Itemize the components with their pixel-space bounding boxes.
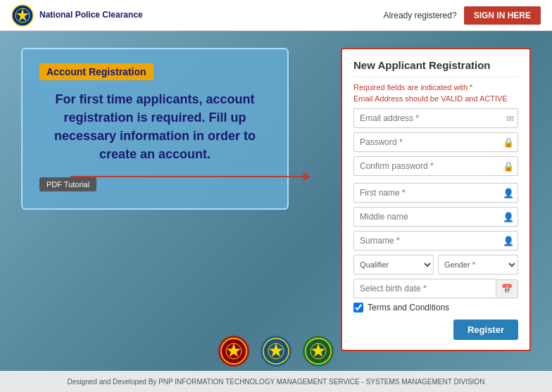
- confirm-password-input[interactable]: [353, 156, 518, 176]
- birthdate-field-group: 📅: [353, 279, 518, 298]
- left-panel: Account Registration For first time appl…: [21, 48, 289, 210]
- gender-select[interactable]: Gender * Male Female: [438, 255, 518, 274]
- footer-logos: [218, 336, 334, 367]
- info-box: Account Registration For first time appl…: [21, 48, 289, 210]
- doj-logo: [303, 336, 334, 367]
- required-note: Required fields are indicated with *: [353, 83, 518, 91]
- navbar-right: Already registered? SIGN IN HERE: [384, 6, 541, 25]
- info-description: For first time applicants, account regis…: [39, 90, 270, 163]
- terms-checkbox[interactable]: [353, 303, 363, 312]
- middle-name-field-group: 👤: [353, 207, 518, 227]
- middle-name-input[interactable]: [353, 207, 518, 227]
- navbar: National Police Clearance Already regist…: [0, 0, 552, 31]
- main-content: Account Registration For first time appl…: [0, 31, 552, 364]
- gender-field-group: Gender * Male Female: [438, 255, 518, 274]
- nbi-logo: [261, 336, 291, 367]
- terms-label[interactable]: Terms and Conditions: [368, 303, 449, 312]
- confirm-password-field-group: 🔒: [353, 156, 518, 176]
- calendar-button[interactable]: 📅: [496, 279, 518, 298]
- register-button[interactable]: Register: [453, 320, 518, 340]
- first-name-input[interactable]: [353, 183, 518, 203]
- surname-field-group: 👤: [353, 231, 518, 251]
- qualifier-gender-row: Qualifier Jr. Sr. II III Gender * Male F…: [353, 255, 518, 274]
- arrow-indicator: [70, 176, 310, 177]
- birthdate-input[interactable]: [353, 279, 496, 298]
- brand: National Police Clearance: [11, 4, 143, 27]
- surname-input[interactable]: [353, 231, 518, 251]
- password-input[interactable]: [353, 132, 518, 152]
- terms-row: Terms and Conditions: [353, 303, 518, 312]
- brand-logo-icon: [11, 4, 34, 27]
- form-title: New Applicant Registration: [353, 59, 518, 77]
- pnp-logo: [218, 336, 249, 367]
- password-field-group: 🔒: [353, 132, 518, 152]
- register-button-container: Register: [353, 320, 518, 340]
- email-field-group: ✉: [353, 108, 518, 128]
- brand-text: National Police Clearance: [39, 10, 143, 20]
- qualifier-field-group: Qualifier Jr. Sr. II III: [353, 255, 434, 274]
- footer-bar: Designed and Developed By PNP INFORMATIO…: [0, 371, 552, 392]
- email-note: Email Address should be VALID and ACTIVE: [353, 94, 518, 103]
- account-registration-badge: Account Registration: [39, 63, 153, 80]
- footer-text: Designed and Developed By PNP INFORMATIO…: [68, 378, 485, 386]
- qualifier-select[interactable]: Qualifier Jr. Sr. II III: [353, 255, 434, 274]
- sign-in-button[interactable]: SIGN IN HERE: [464, 6, 541, 25]
- already-registered-text: Already registered?: [384, 11, 457, 20]
- email-input[interactable]: [353, 108, 518, 128]
- registration-form-panel: New Applicant Registration Required fiel…: [341, 48, 531, 351]
- first-name-field-group: 👤: [353, 183, 518, 203]
- pdf-tutorial-button[interactable]: PDF Tutorial: [39, 177, 96, 191]
